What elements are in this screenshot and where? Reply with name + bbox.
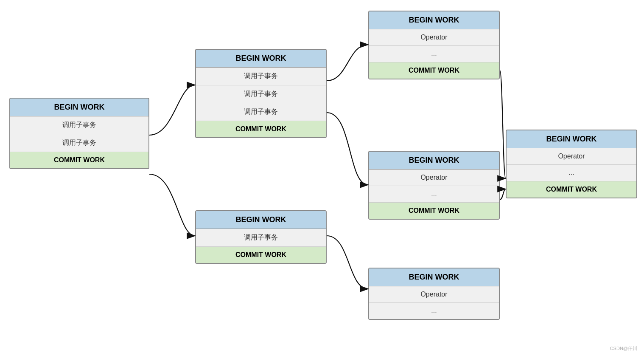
diagram-container: BEGIN WORK 调用子事务 调用子事务 COMMIT WORK BEGIN… — [0, 0, 644, 356]
box2-row2: 调用子事务 — [196, 85, 326, 103]
box7-row2: ... — [507, 165, 636, 181]
watermark: CSDN@仟川 — [610, 345, 637, 352]
arrow-2-4 — [327, 45, 368, 81]
box5-header: BEGIN WORK — [369, 152, 499, 170]
box7-commit: COMMIT WORK — [507, 181, 636, 198]
box3: BEGIN WORK 调用子事务 COMMIT WORK — [195, 210, 327, 264]
box5-row1: Operator — [369, 170, 499, 186]
box1-header: BEGIN WORK — [10, 99, 148, 116]
box3-header: BEGIN WORK — [196, 211, 326, 229]
box2-commit: COMMIT WORK — [196, 121, 326, 137]
box2-row1: 调用子事务 — [196, 68, 326, 85]
box4-row1: Operator — [369, 29, 499, 46]
box7-header: BEGIN WORK — [507, 130, 636, 148]
arrow-2-5 — [327, 113, 368, 185]
box6: BEGIN WORK Operator ... — [368, 268, 500, 320]
box4-commit: COMMIT WORK — [369, 62, 499, 79]
box7: BEGIN WORK Operator ... COMMIT WORK — [506, 130, 637, 198]
box2-row3: 调用子事务 — [196, 103, 326, 121]
box2-header: BEGIN WORK — [196, 50, 326, 68]
arrow-1-2 — [149, 85, 195, 135]
box4-row2: ... — [369, 46, 499, 62]
box6-row1: Operator — [369, 286, 499, 303]
arrow-5-7 — [500, 189, 506, 200]
box5-row2: ... — [369, 186, 499, 203]
box2: BEGIN WORK 调用子事务 调用子事务 调用子事务 COMMIT WORK — [195, 49, 327, 138]
box3-commit: COMMIT WORK — [196, 247, 326, 263]
box5-commit: COMMIT WORK — [369, 203, 499, 219]
box6-row2: ... — [369, 303, 499, 319]
box7-row1: Operator — [507, 148, 636, 165]
arrow-4-7 — [500, 70, 506, 178]
box1-commit: COMMIT WORK — [10, 152, 148, 168]
box3-row1: 调用子事务 — [196, 229, 326, 247]
box4-header: BEGIN WORK — [369, 11, 499, 29]
box1-row2: 调用子事务 — [10, 134, 148, 152]
arrow-3-6 — [327, 236, 368, 289]
box6-header: BEGIN WORK — [369, 268, 499, 286]
box1: BEGIN WORK 调用子事务 调用子事务 COMMIT WORK — [9, 98, 149, 169]
arrow-1-3 — [149, 174, 195, 236]
box1-row1: 调用子事务 — [10, 116, 148, 134]
box4: BEGIN WORK Operator ... COMMIT WORK — [368, 11, 500, 79]
box5: BEGIN WORK Operator ... COMMIT WORK — [368, 151, 500, 220]
